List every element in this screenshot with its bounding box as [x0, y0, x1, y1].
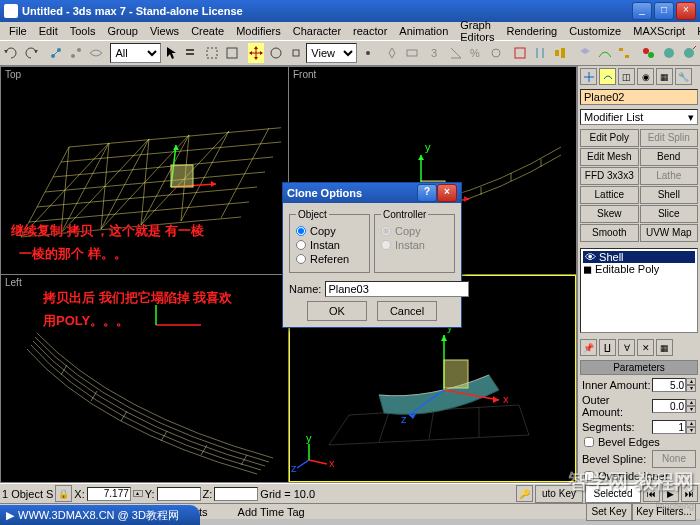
rotate-button[interactable] — [266, 42, 285, 64]
modifier-list-dropdown[interactable]: Modifier List — [580, 109, 698, 125]
bevel-edges-checkbox[interactable] — [584, 437, 594, 447]
material-editor-button[interactable] — [639, 42, 658, 64]
tab-create[interactable] — [580, 68, 597, 85]
object-name-field[interactable]: Plane02 — [580, 89, 698, 105]
percent-snap-button[interactable]: % — [467, 42, 486, 64]
close-button[interactable]: × — [676, 2, 696, 20]
link-button[interactable] — [46, 42, 65, 64]
layer-button[interactable] — [575, 42, 594, 64]
manipulate-button[interactable] — [383, 42, 402, 64]
scale-button[interactable] — [286, 42, 305, 64]
angle-snap-button[interactable] — [447, 42, 466, 64]
spinner-snap-button[interactable] — [487, 42, 506, 64]
keyboard-shortcut-button[interactable] — [403, 42, 422, 64]
maximize-button[interactable]: □ — [654, 2, 674, 20]
radio-reference[interactable] — [296, 254, 306, 264]
select-button[interactable] — [162, 42, 181, 64]
modifier-stack[interactable]: 👁 Shell ◼ Editable Poly — [580, 248, 698, 333]
rollout-parameters[interactable]: Parameters — [580, 360, 698, 375]
window-crossing-button[interactable] — [222, 42, 241, 64]
cancel-button[interactable]: Cancel — [377, 301, 437, 321]
inner-amount-input[interactable] — [652, 378, 686, 392]
menu-rendering[interactable]: Rendering — [501, 24, 562, 38]
menu-maxscript[interactable]: MAXScript — [628, 24, 690, 38]
align-button[interactable] — [551, 42, 570, 64]
segments-input[interactable] — [652, 420, 686, 434]
mod-editmesh[interactable]: Edit Mesh — [580, 148, 639, 166]
lock-selection-icon[interactable]: 🔒 — [55, 485, 72, 502]
minimize-button[interactable]: _ — [632, 2, 652, 20]
mod-lathe[interactable]: Lathe — [640, 167, 699, 185]
configure-sets-button[interactable]: ▦ — [656, 339, 673, 356]
menu-views[interactable]: Views — [145, 24, 184, 38]
x-coord-input[interactable] — [87, 487, 131, 501]
mod-ffd[interactable]: FFD 3x3x3 — [580, 167, 639, 185]
bevel-spline-button[interactable]: None — [652, 450, 696, 468]
curve-editor-button[interactable] — [595, 42, 614, 64]
z-coord-input[interactable] — [214, 487, 258, 501]
tab-motion[interactable]: ◉ — [637, 68, 654, 85]
viewport-top[interactable]: Top 继续复制 拷贝 ，这个就是 有一棱 一棱的那个 样。。 — [1, 67, 288, 274]
mod-skew[interactable]: Skew — [580, 205, 639, 223]
make-unique-button[interactable]: ∀ — [618, 339, 635, 356]
menu-grapheditors[interactable]: Graph Editors — [455, 18, 499, 44]
menu-modifiers[interactable]: Modifiers — [231, 24, 286, 38]
radio-copy[interactable] — [296, 226, 306, 236]
rect-select-button[interactable] — [202, 42, 221, 64]
mod-slice[interactable]: Slice — [640, 205, 699, 223]
select-by-name-button[interactable] — [182, 42, 201, 64]
snap-button[interactable]: 3 — [427, 42, 446, 64]
key-icon[interactable]: 🔑 — [516, 485, 533, 502]
radio-instance[interactable] — [296, 240, 306, 250]
tab-utilities[interactable]: 🔧 — [675, 68, 692, 85]
menu-file[interactable]: File — [4, 24, 32, 38]
mod-shell[interactable]: Shell — [640, 186, 699, 204]
svg-text:%: % — [470, 47, 480, 59]
menu-tools[interactable]: Tools — [65, 24, 101, 38]
menu-customize[interactable]: Customize — [564, 24, 626, 38]
mod-smooth[interactable]: Smooth — [580, 224, 639, 242]
ref-coord-dropdown[interactable]: View — [306, 43, 357, 63]
menu-edit[interactable]: Edit — [34, 24, 63, 38]
setkey-button[interactable]: Set Key — [586, 503, 632, 521]
quick-render-button[interactable] — [679, 42, 698, 64]
bind-spacewarp-button[interactable] — [86, 42, 105, 64]
selection-filter-dropdown[interactable]: All — [110, 43, 161, 63]
named-sel-button[interactable] — [511, 42, 530, 64]
tab-hierarchy[interactable]: ◫ — [618, 68, 635, 85]
mod-editspline[interactable]: Edit Splin — [640, 129, 699, 147]
inner-up[interactable]: ▴ — [686, 378, 696, 385]
undo-button[interactable] — [2, 42, 21, 64]
mod-lattice[interactable]: Lattice — [580, 186, 639, 204]
name-input[interactable] — [325, 281, 469, 297]
menu-group[interactable]: Group — [102, 24, 143, 38]
schematic-button[interactable] — [615, 42, 634, 64]
mod-bend[interactable]: Bend — [640, 148, 699, 166]
menu-animation[interactable]: Animation — [394, 24, 453, 38]
tab-display[interactable]: ▦ — [656, 68, 673, 85]
svg-line-70 — [161, 431, 167, 441]
redo-button[interactable] — [22, 42, 41, 64]
remove-modifier-button[interactable]: ✕ — [637, 339, 654, 356]
pivot-button[interactable] — [358, 42, 377, 64]
y-coord-input[interactable] — [157, 487, 201, 501]
render-scene-button[interactable] — [659, 42, 678, 64]
mod-editpoly[interactable]: Edit Poly — [580, 129, 639, 147]
move-button[interactable] — [247, 42, 266, 64]
inner-down[interactable]: ▾ — [686, 385, 696, 392]
unlink-button[interactable] — [66, 42, 85, 64]
mirror-button[interactable] — [531, 42, 550, 64]
viewport-left[interactable]: Left 拷贝出后 我们把它塌陷掉 我喜欢 用POLY。。。 — [1, 275, 288, 482]
dialog-help-button[interactable]: ? — [417, 184, 437, 202]
pin-stack-button[interactable]: 📌 — [580, 339, 597, 356]
outer-amount-input[interactable] — [652, 399, 686, 413]
tab-modify[interactable] — [599, 68, 616, 85]
menu-help[interactable]: Help — [692, 24, 700, 38]
menu-character[interactable]: Character — [288, 24, 346, 38]
dialog-close-button[interactable]: × — [437, 184, 457, 202]
mod-uvw[interactable]: UVW Map — [640, 224, 699, 242]
menu-reactor[interactable]: reactor — [348, 24, 392, 38]
show-end-result-button[interactable]: ∐ — [599, 339, 616, 356]
ok-button[interactable]: OK — [307, 301, 367, 321]
menu-create[interactable]: Create — [186, 24, 229, 38]
